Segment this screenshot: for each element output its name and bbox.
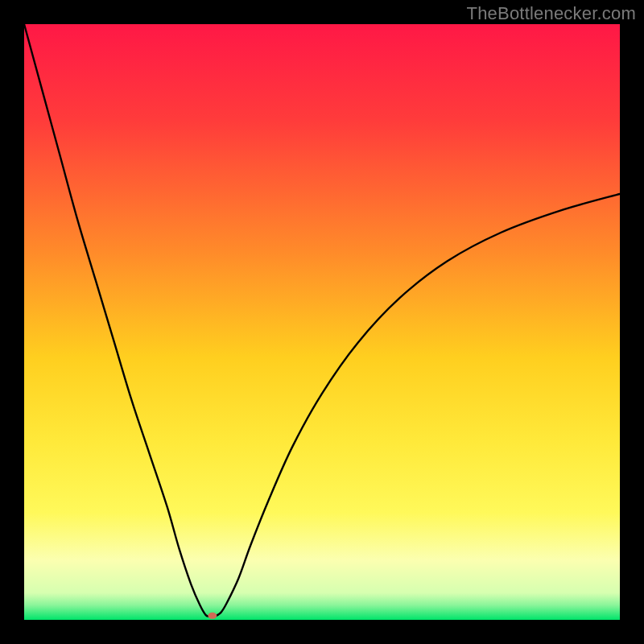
optimum-marker (208, 613, 217, 619)
watermark-text: TheBottlenecker.com (467, 3, 636, 24)
chart-svg (24, 24, 620, 620)
chart-stage: TheBottlenecker.com (0, 0, 644, 644)
plot-area (24, 24, 620, 620)
gradient-background (24, 24, 620, 620)
